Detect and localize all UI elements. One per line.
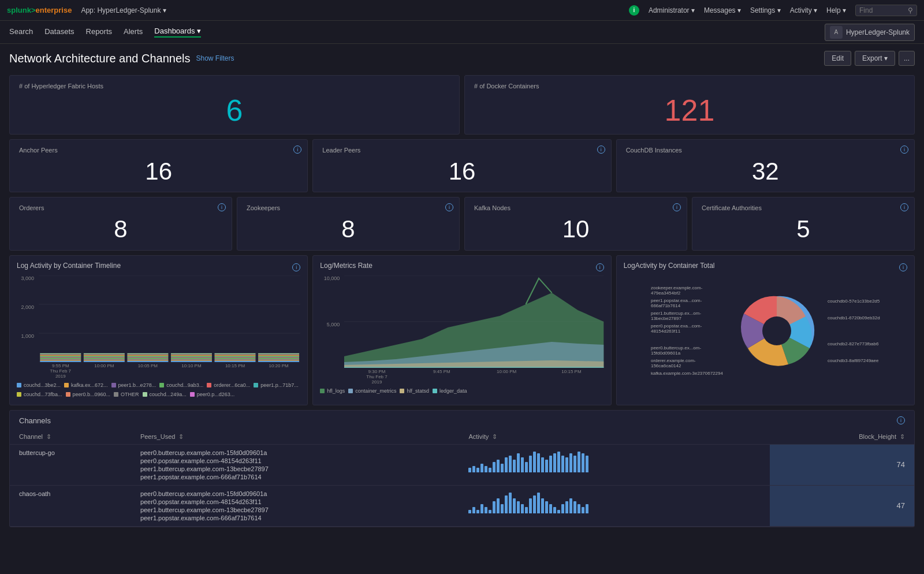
block-height-value: 47 bbox=[770, 485, 914, 526]
help-menu[interactable]: Help ▾ bbox=[826, 6, 846, 14]
metric-row-3: Orderers i 8 Zookeepers i 8 Kafka Nodes … bbox=[9, 197, 915, 250]
col-activity[interactable]: Activity ⇕ bbox=[459, 430, 769, 445]
col-channel[interactable]: Channel ⇕ bbox=[10, 430, 131, 445]
log-activity-total-info-icon[interactable]: i bbox=[899, 263, 907, 271]
cert-authorities-value: 5 bbox=[702, 216, 905, 243]
cert-info-icon[interactable]: i bbox=[900, 203, 908, 211]
kafka-info-icon[interactable]: i bbox=[673, 203, 681, 211]
svg-rect-25 bbox=[127, 360, 168, 361]
svg-rect-48 bbox=[214, 357, 255, 357]
app-badge: A HyperLedger-Splunk bbox=[825, 24, 915, 41]
svg-rect-54 bbox=[258, 360, 299, 362]
svg-rect-17 bbox=[84, 358, 125, 359]
anchor-peers-info-icon[interactable]: i bbox=[293, 146, 301, 154]
svg-point-68 bbox=[762, 316, 791, 345]
col-block-height[interactable]: Block_Height ⇕ bbox=[770, 430, 914, 445]
app-selector[interactable]: App: HyperLedger-Splunk ▾ bbox=[81, 6, 166, 14]
couchdb-label: CouchDB Instances bbox=[626, 147, 905, 154]
brand-logo[interactable]: splunk>enterprise bbox=[7, 6, 72, 14]
app-icon: A bbox=[830, 26, 843, 39]
channels-title: Channels bbox=[19, 416, 51, 425]
channel-activity bbox=[459, 485, 769, 526]
col-peers-used[interactable]: Peers_Used ⇕ bbox=[131, 430, 460, 445]
log-activity-legend: couchd...3be2... kafka.ex...672... peer1… bbox=[17, 382, 300, 397]
zookeepers-info-icon[interactable]: i bbox=[445, 203, 453, 211]
fabric-hosts-value: 6 bbox=[19, 94, 450, 127]
cert-authorities-label: Certificate Authorities bbox=[702, 204, 905, 211]
log-metrics-rate-title: Log/Metrics Rate bbox=[320, 262, 372, 270]
svg-rect-39 bbox=[171, 356, 212, 357]
block-height-value: 74 bbox=[770, 444, 914, 485]
log-metrics-legend: hfl_logs container_metrics hlf_statsd le… bbox=[320, 388, 603, 394]
table-row: chaos-oath peer0.buttercup.example.com-1… bbox=[10, 485, 914, 526]
svg-rect-9 bbox=[40, 356, 81, 357]
svg-rect-61 bbox=[258, 355, 299, 355]
svg-rect-55 bbox=[258, 360, 299, 361]
svg-rect-53 bbox=[214, 353, 255, 354]
anchor-peers-label: Anchor Peers bbox=[19, 147, 298, 154]
svg-rect-35 bbox=[171, 360, 212, 361]
kafka-label: Kafka Nodes bbox=[474, 204, 677, 211]
metric-row-1: # of Hyperledger Fabric Hosts 6 # of Doc… bbox=[9, 75, 915, 135]
svg-rect-34 bbox=[171, 360, 212, 362]
channels-table: Channel ⇕ Peers_Used ⇕ Activity ⇕ Block_… bbox=[10, 430, 914, 527]
svg-rect-50 bbox=[214, 355, 255, 356]
svg-rect-8 bbox=[40, 357, 81, 357]
svg-rect-42 bbox=[171, 354, 212, 355]
channel-peers: peer0.buttercup.example.com-15fd0d09601a… bbox=[131, 485, 460, 526]
settings-menu[interactable]: Settings ▾ bbox=[750, 6, 781, 14]
more-button[interactable]: ... bbox=[899, 51, 915, 66]
cert-authorities-card: Certificate Authorities i 5 bbox=[692, 197, 915, 250]
search-icon: ⚲ bbox=[908, 6, 913, 14]
channel-activity bbox=[459, 444, 769, 485]
leader-peers-label: Leader Peers bbox=[322, 147, 601, 154]
nav-reports[interactable]: Reports bbox=[86, 27, 113, 37]
channel-name: buttercup-go bbox=[10, 444, 131, 485]
zookeepers-label: Zookeepers bbox=[247, 204, 450, 211]
messages-menu[interactable]: Messages ▾ bbox=[704, 6, 741, 14]
docker-containers-card: # of Docker Containers 121 bbox=[464, 75, 915, 135]
log-activity-total-card: LogActivity by Container Total i zookeep… bbox=[616, 255, 915, 405]
admin-menu[interactable]: Administrator ▾ bbox=[649, 6, 695, 14]
svg-rect-63 bbox=[258, 353, 299, 354]
fabric-hosts-card: # of Hyperledger Fabric Hosts 6 bbox=[9, 75, 460, 135]
svg-rect-27 bbox=[127, 358, 168, 359]
find-input[interactable] bbox=[859, 6, 906, 14]
export-button[interactable]: Export ▾ bbox=[855, 51, 895, 66]
log-activity-info-icon[interactable]: i bbox=[292, 263, 300, 271]
log-metrics-rate-card: Log/Metrics Rate i 10,0005,000 bbox=[312, 255, 611, 405]
secondary-navigation: Search Datasets Reports Alerts Dashboard… bbox=[0, 21, 924, 44]
log-activity-timeline-card: Log Activity by Container Timeline i 3,0… bbox=[9, 255, 308, 405]
svg-rect-49 bbox=[214, 356, 255, 357]
svg-rect-18 bbox=[84, 357, 125, 357]
admin-icon: i bbox=[629, 5, 639, 16]
svg-rect-11 bbox=[40, 355, 81, 355]
orderers-value: 8 bbox=[19, 216, 222, 243]
orderers-info-icon[interactable]: i bbox=[218, 203, 226, 211]
log-metrics-info-icon[interactable]: i bbox=[596, 263, 604, 271]
channels-info-icon[interactable]: i bbox=[897, 416, 905, 424]
pie-chart bbox=[731, 285, 823, 377]
nav-search[interactable]: Search bbox=[9, 27, 33, 37]
svg-rect-59 bbox=[258, 356, 299, 357]
svg-rect-28 bbox=[127, 357, 168, 357]
log-activity-total-title: LogActivity by Container Total bbox=[624, 262, 715, 270]
find-box[interactable]: ⚲ bbox=[855, 5, 917, 16]
svg-rect-60 bbox=[258, 355, 299, 356]
show-filters-link[interactable]: Show Filters bbox=[196, 54, 234, 62]
channel-name: chaos-oath bbox=[10, 485, 131, 526]
nav-dashboards[interactable]: Dashboards ▾ bbox=[154, 27, 201, 38]
top-navigation: splunk>enterprise App: HyperLedger-Splun… bbox=[0, 0, 924, 21]
leader-peers-info-icon[interactable]: i bbox=[597, 146, 605, 154]
leader-peers-value: 16 bbox=[322, 158, 601, 185]
kafka-card: Kafka Nodes i 10 bbox=[464, 197, 687, 250]
docker-containers-label: # of Docker Containers bbox=[474, 83, 905, 90]
svg-rect-52 bbox=[214, 354, 255, 355]
nav-datasets[interactable]: Datasets bbox=[44, 27, 74, 37]
svg-rect-45 bbox=[214, 360, 255, 361]
couchdb-info-icon[interactable]: i bbox=[900, 146, 908, 154]
edit-button[interactable]: Edit bbox=[824, 51, 851, 66]
svg-rect-56 bbox=[258, 359, 299, 360]
activity-menu[interactable]: Activity ▾ bbox=[790, 6, 817, 14]
nav-alerts[interactable]: Alerts bbox=[124, 27, 143, 37]
